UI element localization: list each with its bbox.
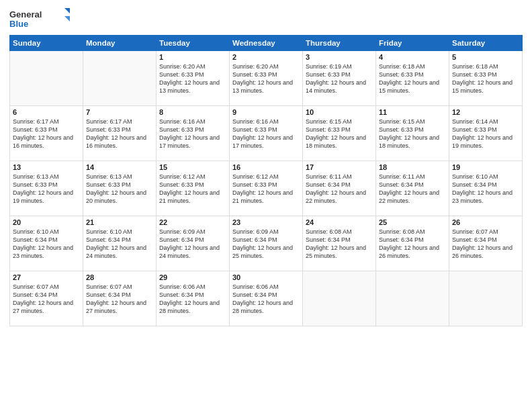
day-number: 20 — [13, 218, 80, 226]
day-number: 26 — [452, 218, 519, 226]
day-info: Sunrise: 6:09 AMSunset: 6:34 PMDaylight:… — [232, 228, 300, 261]
calendar-header-wednesday: Wednesday — [230, 36, 303, 51]
day-info: Sunrise: 6:16 AMSunset: 6:33 PMDaylight:… — [159, 118, 226, 150]
day-number: 27 — [13, 273, 80, 281]
day-number: 17 — [306, 163, 373, 171]
calendar-week-row: 27Sunrise: 6:07 AMSunset: 6:34 PMDayligh… — [10, 271, 523, 326]
calendar-header-tuesday: Tuesday — [157, 36, 230, 51]
day-number: 6 — [13, 108, 80, 116]
calendar-cell: 1Sunrise: 6:20 AMSunset: 6:33 PMDaylight… — [157, 51, 230, 106]
day-number: 22 — [159, 218, 226, 226]
logo: General Blue — [9, 7, 70, 31]
calendar-cell: 19Sunrise: 6:10 AMSunset: 6:34 PMDayligh… — [449, 161, 523, 216]
day-number: 12 — [452, 108, 519, 116]
calendar-header-thursday: Thursday — [303, 36, 376, 51]
day-number: 28 — [86, 273, 153, 281]
day-number: 9 — [232, 108, 300, 116]
day-info: Sunrise: 6:12 AMSunset: 6:33 PMDaylight:… — [232, 173, 300, 205]
day-info: Sunrise: 6:16 AMSunset: 6:33 PMDaylight:… — [232, 118, 300, 150]
calendar-cell: 9Sunrise: 6:16 AMSunset: 6:33 PMDaylight… — [230, 106, 303, 161]
calendar-week-row: 20Sunrise: 6:10 AMSunset: 6:34 PMDayligh… — [10, 216, 523, 271]
day-number: 30 — [232, 273, 300, 281]
calendar-week-row: 1Sunrise: 6:20 AMSunset: 6:33 PMDaylight… — [10, 51, 523, 106]
day-info: Sunrise: 6:07 AMSunset: 6:34 PMDaylight:… — [86, 283, 153, 316]
svg-marker-2 — [64, 8, 70, 15]
day-info: Sunrise: 6:17 AMSunset: 6:33 PMDaylight:… — [13, 118, 80, 150]
calendar-cell: 24Sunrise: 6:08 AMSunset: 6:34 PMDayligh… — [303, 216, 376, 271]
calendar-cell: 13Sunrise: 6:13 AMSunset: 6:33 PMDayligh… — [10, 161, 83, 216]
day-info: Sunrise: 6:06 AMSunset: 6:34 PMDaylight:… — [232, 283, 300, 316]
calendar-cell: 20Sunrise: 6:10 AMSunset: 6:34 PMDayligh… — [10, 216, 83, 271]
calendar-cell — [303, 271, 376, 326]
calendar-cell: 25Sunrise: 6:08 AMSunset: 6:34 PMDayligh… — [376, 216, 449, 271]
day-info: Sunrise: 6:20 AMSunset: 6:33 PMDaylight:… — [232, 62, 300, 95]
calendar-cell — [83, 51, 157, 106]
day-info: Sunrise: 6:13 AMSunset: 6:33 PMDaylight:… — [13, 173, 80, 205]
calendar-header-friday: Friday — [376, 36, 449, 51]
calendar-header-row: SundayMondayTuesdayWednesdayThursdayFrid… — [10, 36, 523, 51]
day-number: 24 — [306, 218, 373, 226]
calendar-cell — [449, 271, 523, 326]
day-info: Sunrise: 6:20 AMSunset: 6:33 PMDaylight:… — [159, 62, 226, 95]
calendar-header-saturday: Saturday — [449, 36, 523, 51]
day-number: 4 — [379, 53, 446, 61]
day-info: Sunrise: 6:13 AMSunset: 6:33 PMDaylight:… — [86, 173, 153, 205]
day-number: 16 — [232, 163, 300, 171]
day-number: 18 — [379, 163, 446, 171]
day-number: 5 — [452, 53, 519, 61]
day-info: Sunrise: 6:10 AMSunset: 6:34 PMDaylight:… — [86, 228, 153, 261]
day-number: 19 — [452, 163, 519, 171]
day-number: 13 — [13, 163, 80, 171]
calendar-cell: 8Sunrise: 6:16 AMSunset: 6:33 PMDaylight… — [157, 106, 230, 161]
day-info: Sunrise: 6:09 AMSunset: 6:34 PMDaylight:… — [159, 228, 226, 261]
calendar-cell: 10Sunrise: 6:15 AMSunset: 6:33 PMDayligh… — [303, 106, 376, 161]
day-info: Sunrise: 6:17 AMSunset: 6:33 PMDaylight:… — [86, 118, 153, 150]
calendar-cell: 6Sunrise: 6:17 AMSunset: 6:33 PMDaylight… — [10, 106, 83, 161]
day-number: 25 — [379, 218, 446, 226]
calendar-cell: 22Sunrise: 6:09 AMSunset: 6:34 PMDayligh… — [157, 216, 230, 271]
calendar-cell: 18Sunrise: 6:11 AMSunset: 6:34 PMDayligh… — [376, 161, 449, 216]
calendar-cell — [10, 51, 83, 106]
calendar-header-monday: Monday — [83, 36, 157, 51]
calendar-cell: 26Sunrise: 6:07 AMSunset: 6:34 PMDayligh… — [449, 216, 523, 271]
day-info: Sunrise: 6:11 AMSunset: 6:34 PMDaylight:… — [379, 173, 446, 205]
svg-marker-3 — [64, 16, 70, 23]
day-info: Sunrise: 6:10 AMSunset: 6:34 PMDaylight:… — [13, 228, 80, 261]
calendar-cell: 3Sunrise: 6:19 AMSunset: 6:33 PMDaylight… — [303, 51, 376, 106]
calendar-cell: 4Sunrise: 6:18 AMSunset: 6:33 PMDaylight… — [376, 51, 449, 106]
day-number: 29 — [159, 273, 226, 281]
svg-text:General: General — [9, 9, 42, 19]
calendar-cell: 29Sunrise: 6:06 AMSunset: 6:34 PMDayligh… — [157, 271, 230, 326]
calendar-cell — [376, 271, 449, 326]
day-info: Sunrise: 6:07 AMSunset: 6:34 PMDaylight:… — [13, 283, 80, 316]
day-info: Sunrise: 6:10 AMSunset: 6:34 PMDaylight:… — [452, 173, 519, 205]
day-info: Sunrise: 6:11 AMSunset: 6:34 PMDaylight:… — [306, 173, 373, 205]
calendar-cell: 14Sunrise: 6:13 AMSunset: 6:33 PMDayligh… — [83, 161, 157, 216]
calendar-cell: 5Sunrise: 6:18 AMSunset: 6:33 PMDaylight… — [449, 51, 523, 106]
day-info: Sunrise: 6:14 AMSunset: 6:33 PMDaylight:… — [452, 118, 519, 150]
calendar-week-row: 13Sunrise: 6:13 AMSunset: 6:33 PMDayligh… — [10, 161, 523, 216]
day-info: Sunrise: 6:15 AMSunset: 6:33 PMDaylight:… — [379, 118, 446, 150]
calendar-cell: 7Sunrise: 6:17 AMSunset: 6:33 PMDaylight… — [83, 106, 157, 161]
calendar-cell: 2Sunrise: 6:20 AMSunset: 6:33 PMDaylight… — [230, 51, 303, 106]
day-info: Sunrise: 6:18 AMSunset: 6:33 PMDaylight:… — [379, 62, 446, 95]
day-number: 7 — [86, 108, 153, 116]
day-number: 21 — [86, 218, 153, 226]
calendar-week-row: 6Sunrise: 6:17 AMSunset: 6:33 PMDaylight… — [10, 106, 523, 161]
day-info: Sunrise: 6:19 AMSunset: 6:33 PMDaylight:… — [306, 62, 373, 95]
svg-text:Blue: Blue — [9, 19, 28, 29]
calendar-cell: 15Sunrise: 6:12 AMSunset: 6:33 PMDayligh… — [157, 161, 230, 216]
day-number: 14 — [86, 163, 153, 171]
calendar-cell: 30Sunrise: 6:06 AMSunset: 6:34 PMDayligh… — [230, 271, 303, 326]
day-number: 23 — [232, 218, 300, 226]
header: General Blue — [9, 7, 523, 31]
day-info: Sunrise: 6:15 AMSunset: 6:33 PMDaylight:… — [306, 118, 373, 150]
day-number: 2 — [232, 53, 300, 61]
calendar-cell: 28Sunrise: 6:07 AMSunset: 6:34 PMDayligh… — [83, 271, 157, 326]
calendar-cell: 23Sunrise: 6:09 AMSunset: 6:34 PMDayligh… — [230, 216, 303, 271]
day-number: 11 — [379, 108, 446, 116]
day-number: 15 — [159, 163, 226, 171]
day-number: 10 — [306, 108, 373, 116]
calendar-cell: 21Sunrise: 6:10 AMSunset: 6:34 PMDayligh… — [83, 216, 157, 271]
calendar-cell: 27Sunrise: 6:07 AMSunset: 6:34 PMDayligh… — [10, 271, 83, 326]
